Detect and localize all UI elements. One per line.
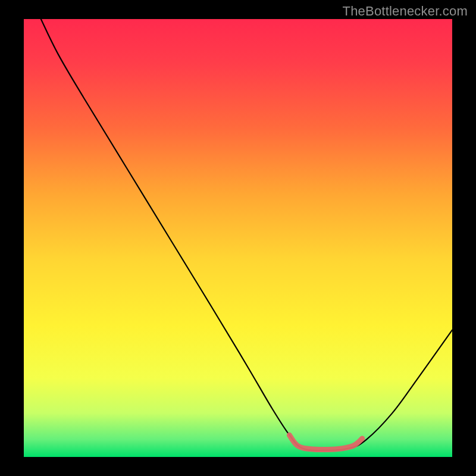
watermark-text: TheBottlenecker.com [343, 4, 468, 19]
bottleneck-chart [24, 19, 452, 457]
plot-area [24, 19, 452, 457]
gradient-background [24, 19, 452, 457]
chart-frame: TheBottlenecker.com [0, 0, 476, 476]
